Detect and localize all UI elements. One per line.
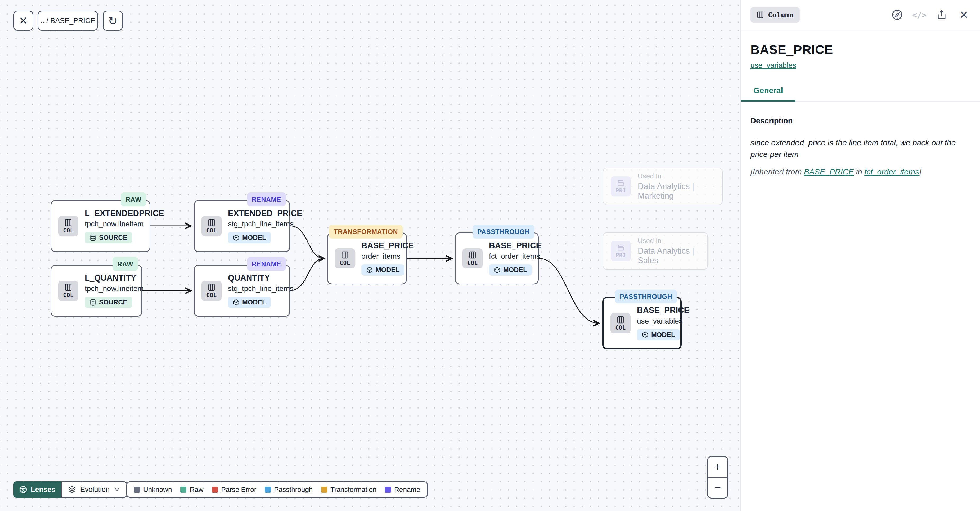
lineage-node-base-price-order-items[interactable]: TRANSFORMATION COL BASE_PRICE order_item…	[327, 232, 407, 284]
project-type-badge: PRJ	[611, 241, 631, 261]
details-panel: Column </> ✕ BASE_PRICE use_variables Ge…	[740, 0, 980, 511]
lens-mode-dropdown[interactable]: Evolution	[61, 481, 127, 498]
share-export-icon[interactable]	[935, 8, 948, 21]
node-subtitle: use_variables	[637, 317, 689, 325]
panel-tabs: General	[741, 86, 980, 102]
compass-explore-icon[interactable]	[891, 8, 904, 21]
column-type-badge: COL	[335, 248, 355, 269]
column-title: BASE_PRICE	[751, 42, 970, 57]
evolution-badge: RAW	[121, 193, 146, 206]
legend-item: Unknown	[134, 486, 172, 494]
model-pill: MODEL	[489, 264, 532, 275]
column-icon	[207, 283, 216, 291]
lineage-node-base-price-fct-order-items[interactable]: PASSTHROUGH COL BASE_PRICE fct_order_ite…	[455, 232, 539, 284]
cube-icon	[366, 267, 373, 274]
column-icon	[468, 251, 477, 259]
code-icon[interactable]: </>	[913, 8, 926, 21]
legend-item: Passthrough	[265, 486, 313, 494]
legend-item: Raw	[180, 486, 203, 494]
node-title: BASE_PRICE	[489, 241, 541, 250]
used-in-label: Used In	[638, 172, 715, 180]
lenses-button[interactable]: Lenses	[13, 481, 61, 498]
description-label: Description	[751, 116, 970, 125]
refresh-icon: ↻	[108, 14, 118, 27]
zoom-controls: + −	[707, 456, 728, 498]
legend-swatch	[321, 487, 327, 493]
archive-icon	[617, 244, 625, 252]
evolution-badge: PASSTHROUGH	[615, 290, 677, 303]
archive-icon	[617, 179, 625, 187]
column-icon	[207, 218, 216, 227]
lineage-canvas[interactable]: ✕ .. / BASE_PRICE ↻ RAW COL L_EXTENDEDPR…	[0, 0, 740, 511]
lineage-node-base-price-use-variables[interactable]: PASSTHROUGH COL BASE_PRICE use_variables…	[602, 297, 682, 350]
node-title: L_EXTENDEDPRICE	[85, 209, 164, 218]
column-icon	[64, 283, 73, 291]
close-icon: ✕	[19, 14, 28, 27]
legend-item: Transformation	[321, 486, 376, 494]
node-subtitle: stg_tpch_line_items	[228, 284, 293, 293]
node-title: BASE_PRICE	[637, 306, 689, 315]
model-pill: MODEL	[361, 264, 404, 275]
details-panel-header: Column </> ✕	[741, 0, 980, 30]
entity-type-badge: Column	[751, 7, 800, 22]
lineage-node-extended-price[interactable]: RENAME COL EXTENDED_PRICE stg_tpch_line_…	[194, 200, 290, 252]
evolution-badge: RAW	[113, 257, 138, 271]
legend-swatch	[134, 487, 140, 493]
lens-mode-label: Evolution	[80, 486, 110, 494]
model-link[interactable]: use_variables	[751, 61, 796, 70]
lineage-node-l-extendedprice[interactable]: RAW COL L_EXTENDEDPRICE tpch_now.lineite…	[51, 200, 150, 252]
used-in-card-marketing[interactable]: PRJ Used In Data Analytics | Marketing	[603, 167, 723, 205]
column-type-badge: COL	[202, 281, 221, 301]
tab-general[interactable]: General	[741, 86, 795, 102]
cube-icon	[233, 234, 240, 241]
node-subtitle: fct_order_items	[489, 252, 541, 261]
node-title: QUANTITY	[228, 274, 293, 282]
lenses-label: Lenses	[31, 486, 55, 494]
model-pill: MODEL	[228, 232, 271, 243]
breadcrumb-label: .. / BASE_PRICE	[40, 17, 95, 25]
node-subtitle: stg_tpch_line_items	[228, 220, 302, 228]
description-text: since extended_price is the line item to…	[751, 137, 967, 161]
column-type-badge: COL	[611, 313, 630, 333]
legend-item: Parse Error	[212, 486, 256, 494]
evolution-badge: RENAME	[247, 257, 286, 271]
column-type-badge: COL	[58, 281, 78, 301]
column-type-badge: COL	[463, 248, 483, 269]
inherited-column-link[interactable]: BASE_PRICE	[804, 167, 854, 176]
legend-swatch	[180, 487, 186, 493]
evolution-badge: TRANSFORMATION	[329, 225, 402, 239]
column-icon	[341, 251, 349, 259]
column-type-badge: COL	[58, 216, 78, 236]
close-lineage-button[interactable]: ✕	[13, 11, 33, 31]
panel-close-icon[interactable]: ✕	[957, 8, 970, 21]
column-icon	[756, 11, 764, 19]
used-in-label: Used In	[638, 237, 700, 245]
legend-item: Rename	[385, 486, 420, 494]
node-subtitle: tpch_now.lineitem	[85, 284, 144, 293]
node-title: L_QUANTITY	[85, 274, 144, 282]
cube-icon	[642, 331, 649, 338]
node-title: EXTENDED_PRICE	[228, 209, 302, 218]
database-icon	[89, 234, 96, 241]
aperture-icon	[19, 486, 27, 494]
column-icon	[616, 315, 625, 324]
inherited-model-link[interactable]: fct_order_items	[864, 167, 919, 176]
column-type-badge: COL	[202, 216, 221, 236]
used-in-card-sales[interactable]: PRJ Used In Data Analytics | Sales	[603, 232, 708, 270]
source-pill: SOURCE	[85, 296, 132, 308]
zoom-out-button[interactable]: −	[708, 478, 727, 498]
layers-icon	[68, 486, 76, 493]
breadcrumb[interactable]: .. / BASE_PRICE	[38, 11, 98, 31]
panel-header-icons: </> ✕	[891, 8, 970, 21]
cube-icon	[494, 267, 501, 274]
column-icon	[64, 218, 73, 227]
node-title: BASE_PRICE	[361, 241, 414, 250]
chevron-down-icon	[114, 486, 120, 493]
refresh-button[interactable]: ↻	[103, 11, 123, 31]
used-in-name: Data Analytics | Marketing	[638, 181, 715, 201]
lineage-node-l-quantity[interactable]: RAW COL L_QUANTITY tpch_now.lineitem SOU…	[51, 265, 142, 317]
zoom-in-button[interactable]: +	[708, 457, 727, 478]
cube-icon	[233, 299, 240, 306]
lineage-node-quantity[interactable]: RENAME COL QUANTITY stg_tpch_line_items …	[194, 265, 290, 317]
inherited-note: [Inherited from BASE_PRICE in fct_order_…	[751, 167, 970, 176]
